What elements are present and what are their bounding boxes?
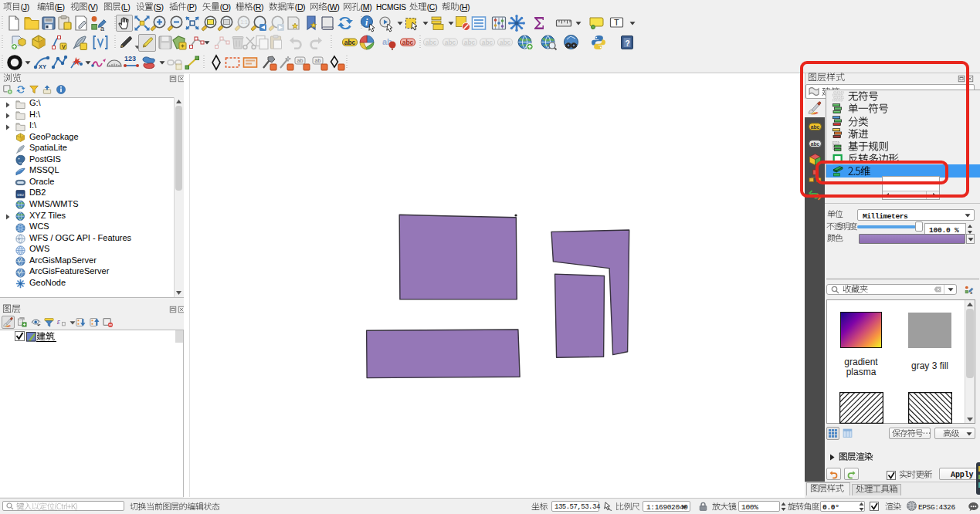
svg-text:abc: abc (445, 38, 456, 46)
svg-text:abc: abc (344, 38, 356, 46)
svg-text:abc: abc (402, 38, 414, 46)
svg-text:abc: abc (426, 38, 437, 46)
svg-text:ab: ab (297, 58, 303, 63)
svg-text:V: V (18, 237, 20, 241)
svg-text:XY: XY (39, 63, 46, 70)
svg-text:DB2: DB2 (17, 193, 24, 197)
svg-text:ab: ab (315, 58, 321, 63)
svg-text:abc: abc (500, 38, 511, 46)
svg-text:V: V (62, 43, 66, 49)
svg-text:abc: abc (482, 38, 493, 46)
svg-text:ε: ε (56, 317, 59, 326)
svg-text:T: T (614, 17, 619, 26)
svg-text:1:1: 1:1 (240, 19, 247, 25)
svg-text:123: 123 (124, 55, 136, 63)
svg-text:?: ? (626, 39, 630, 47)
svg-text:abc: abc (464, 38, 476, 46)
svg-text:a: a (970, 290, 972, 294)
svg-text:a: a (100, 24, 104, 32)
